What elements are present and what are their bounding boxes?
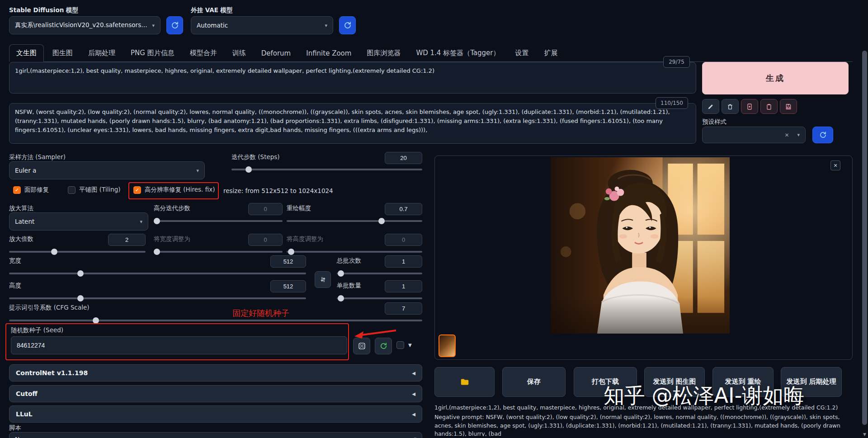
seed-input[interactable] — [11, 336, 347, 354]
denoising-slider[interactable] — [287, 218, 422, 224]
checkbox-checked-icon: ✓ — [13, 186, 21, 194]
sd-model-refresh-button[interactable] — [166, 16, 183, 34]
resize-height-slider[interactable] — [287, 249, 422, 255]
accordion-llul-label: LLuL — [16, 410, 33, 418]
steps-label: 迭代步数 (Steps) — [231, 153, 280, 161]
scrollbar-down-arrow[interactable]: ▼ — [861, 432, 868, 437]
tab-extensions[interactable]: 扩展 — [537, 45, 564, 61]
tab-deforum[interactable]: Deforum — [255, 45, 298, 61]
restore-faces-checkbox[interactable]: ✓ 面部修复 — [13, 186, 49, 194]
chevron-down-icon: ▾ — [793, 132, 800, 138]
tiling-checkbox[interactable]: 平铺图 (Tiling) — [68, 186, 121, 194]
save-style-button[interactable] — [780, 99, 797, 114]
accordion-cutoff[interactable]: Cutoff ◀ — [9, 385, 422, 402]
accordion-llul[interactable]: LLuL ◀ — [9, 405, 422, 423]
upscale-by-slider[interactable] — [9, 249, 146, 255]
zip-download-button[interactable]: 打包下载 — [574, 367, 637, 397]
tab-img2img[interactable]: 图生图 — [46, 45, 80, 61]
save-button[interactable]: 保存 — [502, 367, 566, 397]
tab-settings[interactable]: 设置 — [508, 45, 535, 61]
refresh-icon — [819, 131, 827, 139]
upscale-by-input[interactable] — [108, 234, 146, 246]
resize-width-input[interactable] — [248, 234, 283, 246]
seed-extra-caret-icon: ▼ — [408, 343, 412, 348]
gallery-thumbnail[interactable] — [439, 334, 456, 357]
script-dropdown[interactable]: None ▾ — [9, 432, 422, 438]
checkbox-unchecked-icon — [396, 341, 404, 349]
vae-dropdown[interactable]: Automatic ▾ — [191, 16, 333, 34]
batch-size-slider[interactable] — [337, 295, 422, 301]
resize-width-slider[interactable] — [154, 249, 283, 255]
tab-txt2img[interactable]: 文生图 — [9, 44, 44, 62]
steps-input[interactable] — [385, 152, 422, 164]
batch-count-input[interactable] — [385, 255, 422, 268]
card-icon — [746, 103, 753, 110]
scrollbar-thumb[interactable] — [862, 51, 867, 425]
resize-info-text: resize: from 512x512 to 1024x1024 — [223, 187, 333, 194]
tab-extras[interactable]: 后期处理 — [81, 45, 122, 61]
collapse-arrow-icon: ◀ — [412, 371, 415, 376]
hires-fix-checkbox[interactable]: ✓ 高分辨率修复 (Hires. fix) — [133, 186, 215, 194]
prompt-textarea[interactable]: 1girl,(masterpiece:1,2), best quality, m… — [9, 62, 696, 94]
styles-dropdown[interactable]: ✕ ▾ — [702, 127, 806, 143]
batch-count-slider[interactable] — [337, 270, 422, 277]
send-to-inpaint-button[interactable]: 发送到 重绘 — [712, 367, 774, 397]
batch-size-input[interactable] — [385, 280, 422, 292]
swap-arrows-icon — [319, 276, 327, 283]
negative-prompt-textarea[interactable]: NSFW, (worst quality:2), (low quality:2)… — [9, 103, 696, 144]
tab-infinite-zoom[interactable]: Infinite Zoom — [299, 45, 358, 61]
generated-image — [551, 157, 730, 334]
vae-refresh-button[interactable] — [339, 16, 356, 34]
extra-networks-button[interactable] — [741, 99, 758, 114]
vae-value: Automatic — [197, 22, 228, 29]
tab-checkpoint-merger[interactable]: 模型合并 — [183, 45, 224, 61]
width-slider[interactable] — [9, 270, 306, 277]
send-to-img2img-button[interactable]: 发送到 图生图 — [644, 367, 705, 397]
generate-button[interactable]: 生成 — [702, 62, 849, 94]
accordion-controlnet-label: ControlNet v1.1.198 — [16, 369, 88, 377]
hires-steps-input[interactable] — [248, 203, 283, 215]
swap-dimensions-button[interactable] — [315, 271, 331, 288]
chevron-down-icon: ▾ — [410, 436, 416, 438]
steps-slider[interactable] — [231, 166, 422, 173]
page-scrollbar[interactable]: ▼ — [861, 0, 868, 438]
tab-train[interactable]: 训练 — [226, 45, 253, 61]
seed-extra-checkbox[interactable] — [396, 341, 404, 349]
resize-height-input[interactable] — [385, 234, 422, 246]
image-close-button[interactable]: ✕ — [830, 160, 840, 170]
denoising-input[interactable] — [385, 203, 422, 215]
tab-image-browser[interactable]: 图库浏览器 — [360, 45, 407, 61]
sd-model-value: 真实系\realisticVisionV20_v20.safetensors [… — [15, 21, 148, 29]
hires-steps-slider[interactable] — [154, 218, 283, 224]
clear-prompt-button[interactable] — [722, 99, 739, 114]
width-input[interactable] — [270, 255, 306, 268]
folder-icon — [460, 377, 470, 387]
accordion-controlnet[interactable]: ControlNet v1.1.198 ◀ — [9, 364, 422, 381]
upscaler-dropdown[interactable]: Latent ▾ — [9, 212, 148, 231]
tab-tagger[interactable]: WD 1.4 标签器（Tagger） — [409, 45, 506, 61]
clear-styles-icon[interactable]: ✕ — [784, 132, 793, 138]
styles-refresh-button[interactable] — [812, 127, 833, 143]
batch-size-label: 单批数量 — [337, 282, 361, 290]
random-seed-button[interactable] — [353, 338, 370, 354]
cfg-input[interactable] — [385, 302, 422, 315]
sampler-dropdown[interactable]: Euler a ▾ — [9, 161, 205, 179]
styles-label: 预设样式 — [702, 118, 726, 126]
batch-count-label: 总批次数 — [337, 257, 361, 265]
send-to-extras-button[interactable]: 发送到 后期处理 — [781, 367, 842, 397]
sd-model-label: Stable Diffusion 模型 — [9, 6, 78, 14]
open-folder-button[interactable] — [434, 367, 495, 397]
pencil-icon — [707, 103, 714, 110]
read-parameters-button[interactable] — [702, 99, 719, 114]
cfg-slider[interactable] — [9, 317, 422, 324]
height-label: 高度 — [9, 282, 21, 290]
sd-model-dropdown[interactable]: 真实系\realisticVisionV20_v20.safetensors [… — [9, 16, 160, 34]
reuse-seed-button[interactable] — [375, 338, 392, 354]
denoising-label: 重绘幅度 — [287, 204, 311, 212]
height-slider[interactable] — [9, 295, 306, 301]
tab-png-info[interactable]: PNG 图片信息 — [124, 45, 181, 61]
apply-style-button[interactable] — [760, 99, 778, 114]
height-input[interactable] — [270, 280, 306, 292]
upscaler-label: 放大算法 — [9, 204, 33, 212]
clipboard-icon — [765, 103, 773, 110]
